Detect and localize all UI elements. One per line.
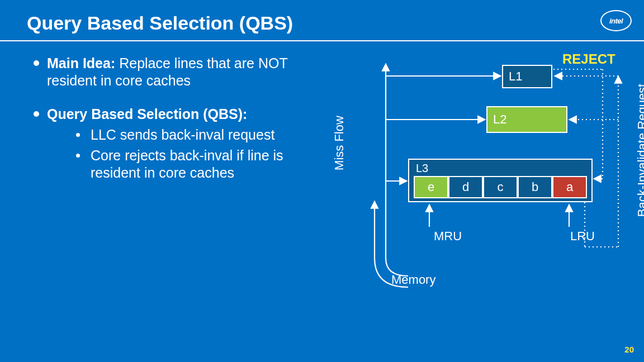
intel-logo: intel xyxy=(600,10,632,31)
lru-label: LRU xyxy=(570,229,595,244)
sub-bullet-1: LLC sends back-inval request xyxy=(79,126,324,144)
bullet-list: Main Idea: Replace lines that are NOT re… xyxy=(34,55,324,198)
cache-l3-label: L3 xyxy=(414,162,587,175)
page-title: Query Based Selection (QBS) xyxy=(27,12,293,34)
reject-label: REJECT xyxy=(562,51,615,67)
bullet-qbs-label: Query Based Selection (QBS): xyxy=(47,106,247,122)
memory-label: Memory xyxy=(391,273,435,287)
l3-cell-b: b xyxy=(518,176,552,198)
l3-cell-d: d xyxy=(448,176,483,198)
sub-bullet-2: Core rejects back-inval if line is resid… xyxy=(79,147,324,182)
cache-l2: L2 xyxy=(486,106,567,133)
title-divider xyxy=(0,40,644,41)
page-number: 20 xyxy=(624,345,634,354)
l3-cell-c: c xyxy=(483,176,518,198)
cache-l1: L1 xyxy=(502,65,552,88)
cache-l3: L3 e d c b a xyxy=(408,159,593,202)
l3-cell-a: a xyxy=(552,176,587,198)
bullet-qbs: Query Based Selection (QBS): LLC sends b… xyxy=(34,106,324,182)
bullet-main-idea: Main Idea: Replace lines that are NOT re… xyxy=(34,55,324,90)
l3-cell-e: e xyxy=(414,176,448,198)
miss-flow-label: Miss Flow xyxy=(332,109,347,177)
cache-l3-cells: e d c b a xyxy=(414,176,587,198)
back-invalidate-label: Back-Invalidate Request xyxy=(635,55,644,245)
cache-diagram: REJECT L1 L2 L3 e d c b a Miss Flow Back… xyxy=(335,47,637,315)
bullet-main-idea-bold: Main Idea: xyxy=(47,55,115,71)
mru-label: MRU xyxy=(434,229,462,244)
